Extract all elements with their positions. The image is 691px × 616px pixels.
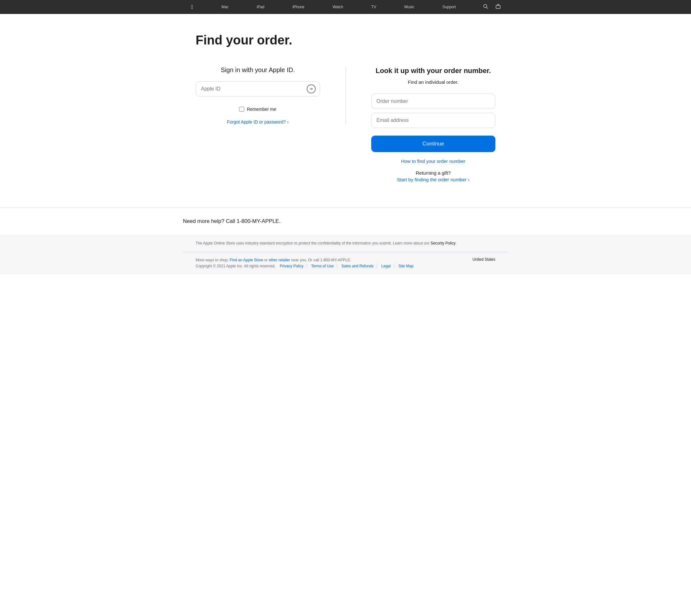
remember-me-row: Remember me — [196, 107, 320, 112]
footer-links-row: More ways to shop: Find an Apple Store o… — [183, 252, 508, 274]
order-lookup-section: Look it up with your order number. Find … — [346, 66, 496, 182]
returning-gift-section: Returning a gift? Start by finding the o… — [371, 170, 496, 182]
copyright-text: Copyright © 2021 Apple Inc. All rights r… — [196, 263, 417, 269]
security-policy-link[interactable]: Security Policy — [431, 241, 456, 245]
need-help-text: Need more help? Call 1-800-MY-APPLE. — [183, 218, 508, 224]
nav-item-watch[interactable]: Watch — [329, 5, 346, 9]
remember-me-label[interactable]: Remember me — [247, 107, 276, 112]
security-text-before: The Apple Online Store uses industry-sta… — [196, 241, 431, 245]
returning-gift-title: Returning a gift? — [371, 170, 496, 176]
other-retailer-link[interactable]: other retailer — [269, 258, 290, 262]
bag-button[interactable] — [493, 4, 503, 10]
nav-item-music[interactable]: Music — [401, 5, 417, 9]
sign-in-section: Sign in with your Apple ID. Remember me … — [196, 66, 346, 125]
search-icon — [483, 4, 488, 9]
security-notice: The Apple Online Store uses industry-sta… — [183, 235, 508, 252]
nav-item-mac[interactable]: Mac — [218, 5, 232, 9]
lookup-subtitle: Find an individual order. — [371, 80, 496, 85]
apple-id-submit-button[interactable] — [307, 85, 316, 93]
two-column-layout: Sign in with your Apple ID. Remember me … — [196, 66, 495, 182]
footer-nav-links: Privacy Policy Terms of Use Sales and Re… — [277, 264, 417, 268]
privacy-policy-link[interactable]: Privacy Policy — [277, 264, 307, 268]
arrow-right-icon — [309, 87, 314, 91]
apple-id-input[interactable] — [196, 81, 320, 96]
footer-left-content: More ways to shop: Find an Apple Store o… — [196, 257, 417, 269]
svg-rect-2 — [496, 5, 500, 8]
region-selector[interactable]: United States — [473, 257, 495, 262]
footer-help-section: Need more help? Call 1-800-MY-APPLE. — [0, 208, 691, 235]
more-ways-text-middle: or — [263, 258, 269, 262]
find-apple-store-link[interactable]: Find an Apple Store — [230, 258, 263, 262]
security-text-after: . — [455, 241, 456, 245]
start-finding-link[interactable]: Start by finding the order number › — [397, 177, 469, 182]
email-address-input[interactable] — [371, 113, 496, 128]
svg-line-1 — [487, 7, 488, 8]
nav-item-tv[interactable]: TV — [368, 5, 379, 9]
search-button[interactable] — [481, 4, 491, 10]
site-map-link[interactable]: Site Map — [395, 264, 417, 268]
apple-id-input-wrapper — [196, 81, 320, 96]
nav-item-iphone[interactable]: iPhone — [289, 5, 307, 9]
legal-link[interactable]: Legal — [378, 264, 394, 268]
remember-me-checkbox[interactable] — [239, 107, 244, 112]
page-title: Find your order. — [196, 33, 495, 47]
order-number-input[interactable] — [371, 94, 496, 109]
bag-icon — [496, 4, 500, 9]
nav-item-support[interactable]: Support — [439, 5, 459, 9]
continue-button[interactable]: Continue — [371, 136, 496, 152]
lookup-title: Look it up with your order number. — [371, 66, 496, 75]
arrow-circle-icon — [307, 85, 316, 93]
nav-item-ipad[interactable]: iPad — [254, 5, 268, 9]
site-footer: The Apple Online Store uses industry-sta… — [0, 235, 691, 274]
more-ways-text-before: More ways to shop: — [196, 258, 230, 262]
how-to-find-order-link[interactable]: How to find your order number — [371, 158, 496, 164]
sign-in-title: Sign in with your Apple ID. — [196, 66, 320, 74]
more-ways-row: More ways to shop: Find an Apple Store o… — [196, 257, 417, 263]
main-content: Find your order. Sign in with your Apple… — [183, 14, 508, 208]
forgot-apple-id-link[interactable]: Forgot Apple ID or password? › — [196, 119, 320, 125]
navigation:  Mac iPad iPhone Watch TV Music Support — [0, 0, 691, 14]
sales-refunds-link[interactable]: Sales and Refunds — [338, 264, 377, 268]
terms-of-use-link[interactable]: Terms of Use — [308, 264, 337, 268]
more-ways-text-after: near you. Or call 1-800-MY-APPLE. — [290, 258, 351, 262]
apple-logo-icon[interactable]:  — [188, 4, 197, 10]
